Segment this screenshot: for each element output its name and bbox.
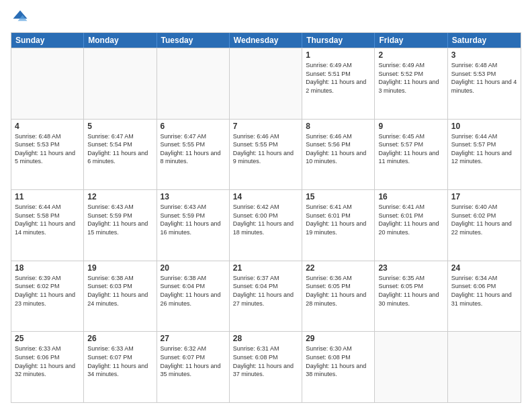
day-number: 21: [233, 263, 298, 273]
day-number: 14: [233, 192, 298, 201]
sun-info: Sunrise: 6:48 AMSunset: 5:53 PMDaylight:…: [451, 61, 517, 95]
day-number: 26: [87, 334, 152, 343]
calendar-cell: [84, 48, 157, 119]
day-header-saturday: Saturday: [448, 33, 521, 48]
day-number: 23: [378, 263, 443, 273]
calendar-cell: 27Sunrise: 6:32 AMSunset: 6:07 PMDayligh…: [157, 332, 230, 402]
calendar-cell: 7Sunrise: 6:46 AMSunset: 5:55 PMDaylight…: [230, 120, 302, 190]
day-number: 7: [233, 122, 298, 131]
calendar-cell: 4Sunrise: 6:48 AMSunset: 5:53 PMDaylight…: [11, 120, 84, 190]
sun-info: Sunrise: 6:45 AMSunset: 5:57 PMDaylight:…: [378, 132, 443, 166]
day-number: 8: [306, 122, 371, 131]
calendar-body: 1Sunrise: 6:49 AMSunset: 5:51 PMDaylight…: [11, 48, 521, 402]
day-header-wednesday: Wednesday: [230, 33, 302, 48]
day-header-tuesday: Tuesday: [157, 33, 230, 48]
sun-info: Sunrise: 6:42 AMSunset: 6:00 PMDaylight:…: [233, 203, 298, 236]
sun-info: Sunrise: 6:47 AMSunset: 5:54 PMDaylight:…: [87, 132, 152, 166]
day-number: 9: [378, 122, 443, 131]
calendar-cell: [375, 332, 447, 402]
sun-info: Sunrise: 6:32 AMSunset: 6:07 PMDaylight:…: [161, 345, 226, 378]
sun-info: Sunrise: 6:39 AMSunset: 6:02 PMDaylight:…: [15, 274, 80, 308]
sun-info: Sunrise: 6:36 AMSunset: 6:05 PMDaylight:…: [306, 274, 371, 308]
calendar-week-3: 18Sunrise: 6:39 AMSunset: 6:02 PMDayligh…: [11, 261, 521, 332]
sun-info: Sunrise: 6:46 AMSunset: 5:56 PMDaylight:…: [306, 132, 371, 166]
day-header-thursday: Thursday: [302, 33, 375, 48]
day-number: 10: [451, 122, 517, 131]
day-header-friday: Friday: [375, 33, 447, 48]
calendar-cell: [157, 48, 230, 119]
calendar-week-4: 25Sunrise: 6:33 AMSunset: 6:06 PMDayligh…: [11, 331, 521, 402]
calendar-cell: 3Sunrise: 6:48 AMSunset: 5:53 PMDaylight…: [448, 48, 521, 119]
calendar-cell: 17Sunrise: 6:40 AMSunset: 6:02 PMDayligh…: [448, 190, 521, 261]
sun-info: Sunrise: 6:43 AMSunset: 5:59 PMDaylight:…: [161, 203, 226, 236]
calendar-cell: 16Sunrise: 6:41 AMSunset: 6:01 PMDayligh…: [375, 190, 447, 261]
calendar-cell: 1Sunrise: 6:49 AMSunset: 5:51 PMDaylight…: [302, 48, 375, 119]
calendar-cell: 12Sunrise: 6:43 AMSunset: 5:59 PMDayligh…: [84, 190, 157, 261]
calendar-cell: 2Sunrise: 6:49 AMSunset: 5:52 PMDaylight…: [375, 48, 447, 119]
svg-marker-0: [13, 11, 28, 19]
day-number: 20: [161, 263, 226, 273]
calendar-cell: 10Sunrise: 6:44 AMSunset: 5:57 PMDayligh…: [448, 120, 521, 190]
calendar-cell: 13Sunrise: 6:43 AMSunset: 5:59 PMDayligh…: [157, 190, 230, 261]
sun-info: Sunrise: 6:47 AMSunset: 5:55 PMDaylight:…: [161, 132, 226, 166]
calendar-cell: 19Sunrise: 6:38 AMSunset: 6:03 PMDayligh…: [84, 261, 157, 332]
calendar-cell: [230, 48, 302, 119]
day-number: 18: [15, 263, 80, 273]
day-number: 15: [306, 192, 371, 201]
calendar-cell: 9Sunrise: 6:45 AMSunset: 5:57 PMDaylight…: [375, 120, 447, 190]
logo-icon: [11, 8, 30, 27]
sun-info: Sunrise: 6:37 AMSunset: 6:04 PMDaylight:…: [233, 274, 298, 308]
sun-info: Sunrise: 6:44 AMSunset: 5:57 PMDaylight:…: [451, 132, 517, 166]
calendar-cell: 11Sunrise: 6:44 AMSunset: 5:58 PMDayligh…: [11, 190, 84, 261]
sun-info: Sunrise: 6:34 AMSunset: 6:06 PMDaylight:…: [451, 274, 517, 308]
sun-info: Sunrise: 6:31 AMSunset: 6:08 PMDaylight:…: [233, 345, 298, 378]
calendar-cell: 24Sunrise: 6:34 AMSunset: 6:06 PMDayligh…: [448, 261, 521, 332]
logo: [11, 8, 32, 27]
day-number: 29: [306, 334, 371, 343]
day-number: 28: [233, 334, 298, 343]
day-header-monday: Monday: [84, 33, 157, 48]
sun-info: Sunrise: 6:33 AMSunset: 6:06 PMDaylight:…: [15, 345, 80, 378]
calendar: SundayMondayTuesdayWednesdayThursdayFrid…: [11, 32, 521, 403]
calendar-cell: 6Sunrise: 6:47 AMSunset: 5:55 PMDaylight…: [157, 120, 230, 190]
sun-info: Sunrise: 6:44 AMSunset: 5:58 PMDaylight:…: [15, 203, 80, 236]
day-number: 24: [451, 263, 517, 273]
calendar-cell: 28Sunrise: 6:31 AMSunset: 6:08 PMDayligh…: [230, 332, 302, 402]
sun-info: Sunrise: 6:46 AMSunset: 5:55 PMDaylight:…: [233, 132, 298, 166]
calendar-cell: 21Sunrise: 6:37 AMSunset: 6:04 PMDayligh…: [230, 261, 302, 332]
sun-info: Sunrise: 6:41 AMSunset: 6:01 PMDaylight:…: [306, 203, 371, 236]
calendar-cell: 15Sunrise: 6:41 AMSunset: 6:01 PMDayligh…: [302, 190, 375, 261]
calendar-cell: 23Sunrise: 6:35 AMSunset: 6:05 PMDayligh…: [375, 261, 447, 332]
day-number: 25: [15, 334, 80, 343]
day-number: 27: [161, 334, 226, 343]
day-number: 16: [378, 192, 443, 201]
day-number: 6: [161, 122, 226, 131]
header: [11, 8, 521, 27]
sun-info: Sunrise: 6:33 AMSunset: 6:07 PMDaylight:…: [87, 345, 152, 378]
day-number: 3: [451, 50, 517, 60]
day-number: 17: [451, 192, 517, 201]
page: SundayMondayTuesdayWednesdayThursdayFrid…: [0, 0, 532, 411]
calendar-cell: 20Sunrise: 6:38 AMSunset: 6:04 PMDayligh…: [157, 261, 230, 332]
day-number: 11: [15, 192, 80, 201]
day-number: 22: [306, 263, 371, 273]
calendar-week-0: 1Sunrise: 6:49 AMSunset: 5:51 PMDaylight…: [11, 48, 521, 119]
calendar-cell: 22Sunrise: 6:36 AMSunset: 6:05 PMDayligh…: [302, 261, 375, 332]
sun-info: Sunrise: 6:35 AMSunset: 6:05 PMDaylight:…: [378, 274, 443, 308]
calendar-cell: 25Sunrise: 6:33 AMSunset: 6:06 PMDayligh…: [11, 332, 84, 402]
day-header-sunday: Sunday: [11, 33, 84, 48]
calendar-header: SundayMondayTuesdayWednesdayThursdayFrid…: [11, 33, 521, 48]
calendar-cell: 29Sunrise: 6:30 AMSunset: 6:08 PMDayligh…: [302, 332, 375, 402]
sun-info: Sunrise: 6:41 AMSunset: 6:01 PMDaylight:…: [378, 203, 443, 236]
calendar-cell: 14Sunrise: 6:42 AMSunset: 6:00 PMDayligh…: [230, 190, 302, 261]
sun-info: Sunrise: 6:49 AMSunset: 5:51 PMDaylight:…: [306, 61, 371, 95]
sun-info: Sunrise: 6:38 AMSunset: 6:03 PMDaylight:…: [87, 274, 152, 308]
calendar-cell: [11, 48, 84, 119]
calendar-cell: 26Sunrise: 6:33 AMSunset: 6:07 PMDayligh…: [84, 332, 157, 402]
day-number: 4: [15, 122, 80, 131]
sun-info: Sunrise: 6:48 AMSunset: 5:53 PMDaylight:…: [15, 132, 80, 166]
calendar-cell: 5Sunrise: 6:47 AMSunset: 5:54 PMDaylight…: [84, 120, 157, 190]
day-number: 2: [378, 50, 443, 60]
calendar-cell: 18Sunrise: 6:39 AMSunset: 6:02 PMDayligh…: [11, 261, 84, 332]
day-number: 13: [161, 192, 226, 201]
